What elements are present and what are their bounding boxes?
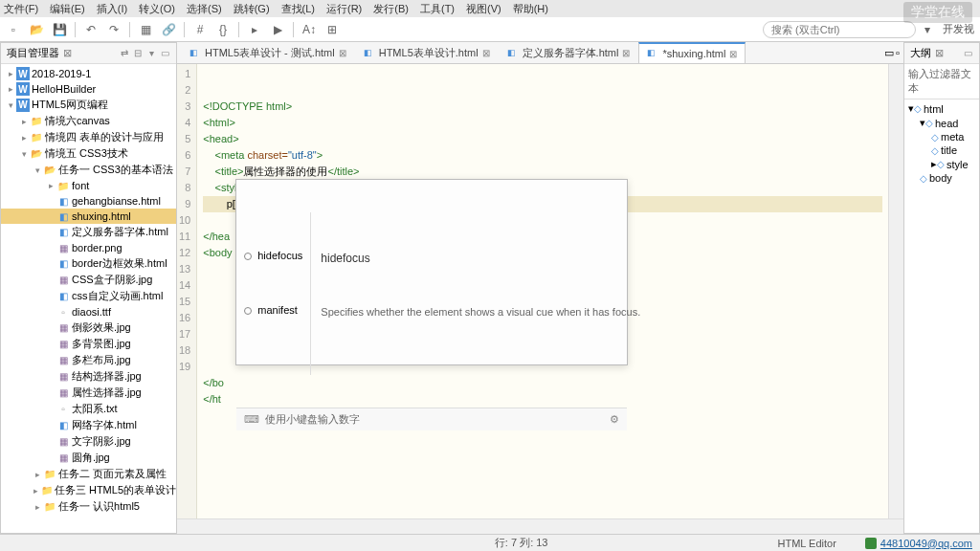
outline-row[interactable]: ▾◇html: [906, 101, 977, 116]
tab-min-icon[interactable]: ▫: [896, 47, 900, 59]
tree-row[interactable]: ◧定义服务器字体.html: [1, 224, 176, 240]
tree-row[interactable]: ◧shuxing.html: [1, 209, 176, 224]
new-icon[interactable]: ▫: [6, 22, 21, 37]
code-area[interactable]: <!DOCTYPE html><html><head> <meta charse…: [197, 64, 888, 518]
tree-row[interactable]: ▾WHTML5网页编程: [1, 97, 176, 113]
menu-help[interactable]: 帮助(H): [513, 2, 548, 16]
minimize-icon[interactable]: ▭: [159, 48, 170, 59]
search-input[interactable]: [763, 21, 916, 38]
tree-row[interactable]: ▸📁情境四 表单的设计与应用: [1, 129, 176, 145]
play-icon[interactable]: ▸: [247, 22, 262, 37]
outline-close-icon[interactable]: ⊠: [935, 47, 944, 59]
menu-icon[interactable]: ▾: [145, 48, 157, 59]
brace-icon[interactable]: {}: [215, 22, 231, 37]
tree-row[interactable]: ▦CSS盒子阴影.jpg: [1, 272, 176, 288]
save-icon[interactable]: 💾: [52, 22, 67, 37]
tree-row[interactable]: ▸W2018-2019-1: [1, 66, 176, 81]
tree-row[interactable]: ◧css自定义动画.html: [1, 288, 176, 304]
menu-view[interactable]: 视图(V): [466, 2, 501, 16]
tree-row[interactable]: ▦border.png: [1, 240, 176, 255]
menu-find[interactable]: 查找(L): [281, 2, 315, 16]
project-tree[interactable]: ▸W2018-2019-1▸WHelloHBuilder▾WHTML5网页编程▸…: [1, 64, 176, 533]
tree-row[interactable]: ▦圆角.jpg: [1, 450, 176, 466]
tree-row[interactable]: ▫diaosi.ttf: [1, 304, 176, 320]
menu-tools[interactable]: 工具(T): [420, 2, 455, 16]
tree-row[interactable]: ◧gehangbianse.html: [1, 193, 176, 209]
text-icon[interactable]: A↕: [301, 22, 317, 37]
horizontal-scrollbar[interactable]: [177, 518, 903, 534]
editor-mode: HTML Editor: [777, 538, 835, 549]
tree-row[interactable]: ▦多背景图.jpg: [1, 336, 176, 352]
tree-row[interactable]: ▸📁任务三 HTML5的表单设计: [1, 482, 176, 498]
tree-row[interactable]: ▦倒影效果.jpg: [1, 320, 176, 336]
user-link[interactable]: 44810049@qq.com: [880, 538, 972, 549]
outline-row[interactable]: ◇meta: [906, 130, 977, 143]
outline-filter[interactable]: 输入过滤器文本: [904, 64, 979, 99]
menu-file[interactable]: 文件(F): [4, 2, 38, 16]
tool-icon[interactable]: ⊞: [324, 22, 340, 37]
tree-row[interactable]: ▦文字阴影.jpg: [1, 433, 176, 450]
tree-row[interactable]: ◧border边框效果.html: [1, 255, 176, 272]
tree-row[interactable]: ▸📁font: [1, 178, 176, 193]
img-icon[interactable]: ▦: [138, 22, 153, 37]
code-editor[interactable]: 12345678910111213141516171819 <!DOCTYPE …: [177, 64, 903, 518]
outline-row[interactable]: ◇body: [906, 171, 977, 185]
tree-row[interactable]: ▦多栏布局.jpg: [1, 352, 176, 368]
outline-row[interactable]: ▾◇head: [906, 116, 977, 130]
autocomplete-doc: hidefocus Specifies whether the element …: [311, 212, 650, 375]
menu-run[interactable]: 运行(R): [326, 2, 362, 16]
line-gutter: 12345678910111213141516171819: [177, 64, 197, 518]
editor-tab[interactable]: ◧定义服务器字体.html⊠: [499, 42, 639, 63]
outline-tree[interactable]: ▾◇html▾◇head◇meta◇title▸◇style◇body: [904, 99, 979, 533]
tree-row[interactable]: ▸WHelloHBuilder: [1, 81, 176, 97]
keypad-icon: ⌨: [244, 411, 259, 428]
autocomplete-item[interactable]: manifest: [236, 299, 310, 321]
menu-goto[interactable]: 跳转(G): [234, 2, 270, 16]
collapse-icon[interactable]: ⊟: [132, 48, 144, 59]
redo-icon[interactable]: ↷: [106, 22, 122, 37]
outline-min-icon[interactable]: ▭: [962, 48, 973, 59]
outline-row[interactable]: ◇title: [906, 143, 977, 157]
tree-row[interactable]: ◧网络字体.html: [1, 417, 176, 433]
css-icon[interactable]: #: [192, 22, 208, 37]
link-editor-icon[interactable]: ⇄: [119, 48, 130, 59]
menu-insert[interactable]: 插入(I): [97, 2, 127, 16]
tree-row[interactable]: ▦属性选择器.jpg: [1, 385, 176, 401]
link-icon[interactable]: 🔗: [161, 22, 176, 37]
open-icon[interactable]: 📂: [29, 22, 44, 37]
menu-release[interactable]: 发行(B): [373, 2, 409, 16]
doc-desc: Specifies whether the element shows a vi…: [321, 305, 640, 320]
tree-row[interactable]: ▾📂任务一 CSS3的基本语法: [1, 162, 176, 178]
editor-tab[interactable]: ◧HTML5表单设计 - 测试.html⊠: [181, 42, 355, 63]
undo-icon[interactable]: ↶: [83, 22, 99, 37]
user-icon: [865, 538, 877, 549]
tree-row[interactable]: ▸📁情境六canvas: [1, 113, 176, 129]
tab-close-icon[interactable]: ⊠: [63, 47, 72, 59]
autocomplete-list[interactable]: hidefocus manifest: [236, 212, 311, 375]
autocomplete-item[interactable]: hidefocus: [236, 245, 310, 267]
tree-row[interactable]: ▦结构选择器.jpg: [1, 368, 176, 385]
editor-tabs: ◧HTML5表单设计 - 测试.html⊠◧HTML5表单设计.html⊠◧定义…: [177, 42, 903, 64]
editor-tab[interactable]: ◧*shuxing.html⊠: [638, 42, 746, 63]
outline-row[interactable]: ▸◇style: [906, 157, 977, 171]
tree-row[interactable]: ▫太阳系.txt: [1, 401, 176, 417]
popup-hint: 使用小键盘输入数字: [265, 411, 360, 428]
search-box: ▾: [763, 21, 935, 38]
gear-icon[interactable]: ⚙: [610, 411, 619, 428]
run-icon[interactable]: ▶: [270, 22, 285, 37]
search-dropdown-icon[interactable]: ▾: [920, 22, 935, 37]
vertical-scrollbar[interactable]: [888, 64, 903, 518]
tree-row[interactable]: ▾📂情境五 CSS3技术: [1, 145, 176, 162]
menu-escape[interactable]: 转义(O): [139, 2, 175, 16]
perspective-button[interactable]: 开发视: [943, 22, 974, 36]
editor-tab[interactable]: ◧HTML5表单设计.html⊠: [355, 42, 499, 63]
tree-row[interactable]: ▸📁任务一 认识html5: [1, 498, 176, 515]
tab-max-icon[interactable]: ▭: [884, 47, 894, 59]
status-bar: 行: 7 列: 13 HTML Editor 44810049@qq.com: [0, 534, 980, 551]
project-explorer: 项目管理器 ⊠ ⇄ ⊟ ▾ ▭ ▸W2018-2019-1▸WHelloHBui…: [0, 42, 177, 534]
menu-edit[interactable]: 编辑(E): [50, 2, 85, 16]
menu-select[interactable]: 选择(S): [187, 2, 222, 16]
cursor-position: 行: 7 列: 13: [495, 536, 548, 550]
tree-row[interactable]: ▸📁任务二 页面元素及属性: [1, 466, 176, 482]
toolbar: ▫ 📂 💾 ↶ ↷ ▦ 🔗 # {} ▸ ▶ A↕ ⊞ ▾ 开发视: [0, 17, 980, 42]
